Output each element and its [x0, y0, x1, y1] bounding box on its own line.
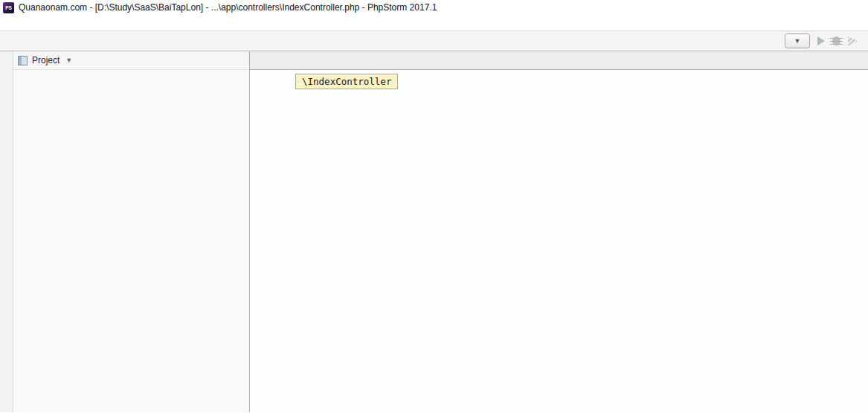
chevron-down-icon[interactable]: ▼: [65, 57, 72, 64]
editor-body[interactable]: \IndexController: [250, 70, 868, 412]
code-editor[interactable]: [250, 70, 868, 412]
tool-window-stripe: [0, 51, 13, 412]
editor-area: \IndexController: [250, 51, 868, 412]
project-panel-header: Project ▼: [13, 51, 249, 70]
project-view-icon: [18, 56, 28, 65]
run-with-coverage-icon[interactable]: [848, 36, 858, 46]
namespace-breadcrumb: \IndexController: [295, 74, 398, 89]
project-panel: Project ▼: [13, 51, 250, 412]
menu-bar: [0, 15, 868, 31]
debug-icon[interactable]: [832, 36, 840, 45]
project-panel-title[interactable]: Project: [32, 55, 60, 65]
run-icon[interactable]: [817, 36, 825, 45]
window-title: Quanaonam.com - [D:\Study\SaaS\BaiTapLon…: [19, 2, 437, 13]
run-config-combo[interactable]: ▼: [785, 33, 810, 48]
phpstorm-logo-icon: PS: [3, 2, 14, 13]
navigation-bar: ▼: [0, 31, 868, 51]
run-toolbar: ▼: [785, 33, 864, 48]
project-tree: [13, 70, 249, 412]
title-bar: PS Quanaonam.com - [D:\Study\SaaS\BaiTap…: [0, 0, 868, 15]
editor-tab-bar: [250, 51, 868, 70]
